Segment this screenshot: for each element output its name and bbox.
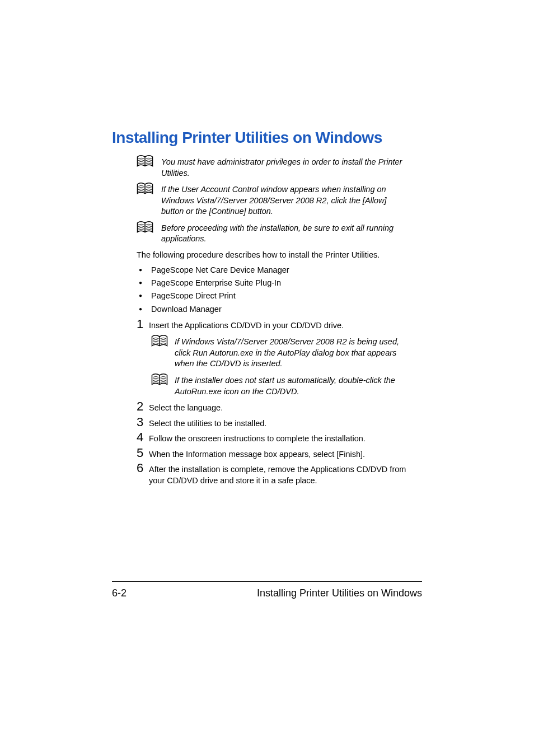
utility-list: PageScope Net Care Device Manager PageSc…: [139, 264, 422, 316]
footer-title: Installing Printer Utilities on Windows: [257, 587, 422, 599]
list-item: PageScope Net Care Device Manager: [139, 264, 422, 277]
step-text: After the installation is complete, remo…: [149, 462, 412, 486]
step-text: When the Information message box appears…: [149, 447, 365, 460]
step-number: 2: [137, 400, 149, 413]
step-number: 5: [137, 447, 149, 459]
book-icon: [151, 373, 170, 390]
book-icon: [137, 155, 157, 171]
step-number: 4: [137, 431, 149, 444]
step-2: 2 Select the language.: [137, 400, 422, 414]
step-number: 6: [137, 462, 149, 474]
step-number: 3: [137, 416, 149, 428]
book-icon: [137, 221, 157, 237]
list-item: Download Manager: [139, 303, 422, 316]
footer-divider: [112, 581, 422, 582]
list-item: PageScope Direct Print: [139, 290, 422, 302]
step-1: 1 Insert the Applications CD/DVD in your…: [137, 318, 422, 332]
step-text: Select the language.: [149, 400, 223, 414]
book-icon: [137, 182, 157, 199]
step-text: Follow the onscreen instructions to comp…: [149, 431, 366, 445]
sub-note: If Windows Vista/7/Server 2008/Server 20…: [151, 337, 422, 370]
note-block: If the User Account Control window appea…: [137, 184, 422, 217]
note-block: Before proceeding with the installation,…: [137, 223, 422, 245]
note-block: You must have administrator privileges i…: [137, 157, 422, 179]
step-number: 1: [137, 318, 149, 330]
list-item: PageScope Enterprise Suite Plug-In: [139, 277, 422, 290]
intro-text: The following procedure describes how to…: [137, 250, 422, 259]
step-4: 4 Follow the onscreen instructions to co…: [137, 431, 422, 445]
sub-note: If the installer does not start us autom…: [151, 375, 422, 397]
step-text: Insert the Applications CD/DVD in your C…: [149, 318, 344, 332]
note-text: If the installer does not start us autom…: [175, 375, 404, 397]
step-3: 3 Select the utilities to be installed.: [137, 416, 422, 430]
page-number: 6-2: [112, 587, 127, 599]
step-text: Select the utilities to be installed.: [149, 416, 266, 430]
book-icon: [151, 334, 170, 351]
document-page: Installing Printer Utilities on Windows …: [0, 0, 534, 756]
step-6: 6 After the installation is complete, re…: [137, 462, 422, 486]
note-text: Before proceeding with the installation,…: [161, 223, 407, 245]
note-text: If the User Account Control window appea…: [161, 184, 407, 217]
note-text: You must have administrator privileges i…: [161, 157, 407, 179]
note-text: If Windows Vista/7/Server 2008/Server 20…: [175, 337, 404, 370]
step-5: 5 When the Information message box appea…: [137, 447, 422, 460]
page-title: Installing Printer Utilities on Windows: [112, 129, 422, 147]
page-footer: 6-2 Installing Printer Utilities on Wind…: [112, 581, 422, 599]
